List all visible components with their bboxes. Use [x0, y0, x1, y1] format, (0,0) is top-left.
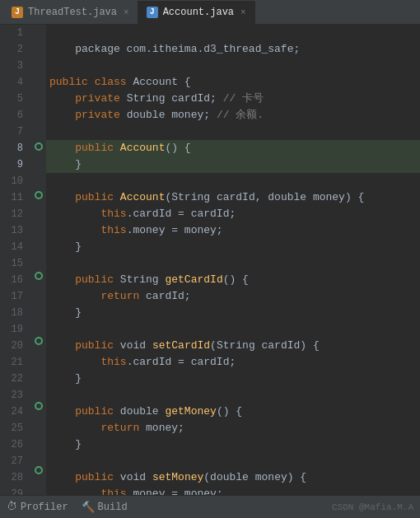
- build-button[interactable]: 🔨 Build: [82, 501, 128, 514]
- gutter-cell: [31, 90, 46, 106]
- line-number: 26: [0, 436, 28, 453]
- code-line: [46, 58, 420, 74]
- token-plain: [146, 338, 152, 354]
- token-plain: [49, 288, 100, 305]
- token-plain: [114, 189, 120, 206]
- line-number: 3: [0, 58, 28, 74]
- method-icon: [35, 466, 43, 474]
- token-plain: }: [49, 156, 82, 173]
- tab-account-label: Account.java: [163, 7, 234, 18]
- line-number: 6: [0, 107, 28, 124]
- code-line: [46, 321, 420, 338]
- token-kw: this: [100, 206, 126, 222]
- gutter-cell: [31, 219, 46, 236]
- gutter-cell: [31, 252, 46, 268]
- code-line: return money;: [46, 420, 420, 436]
- token-kw: public: [75, 338, 114, 354]
- token-plain: cardId,: [210, 189, 268, 206]
- token-plain: [49, 206, 100, 222]
- token-plain: }: [49, 436, 82, 453]
- tab-threadtest-label: ThreadTest.java: [28, 7, 117, 18]
- code-line: }: [46, 239, 420, 255]
- token-kw: public: [49, 74, 88, 91]
- line-number: 21: [0, 354, 28, 371]
- token-type: double: [210, 469, 249, 486]
- code-line: }: [46, 371, 420, 387]
- code-line: public void setCardId(String cardId) {: [46, 338, 420, 354]
- tab-threadtest[interactable]: J ThreadTest.java ×: [3, 1, 138, 24]
- token-plain: {: [178, 74, 191, 91]
- gutter-cell: [31, 41, 46, 58]
- profiler-button[interactable]: ⏱ Profiler: [7, 501, 68, 513]
- line-number: 18: [0, 305, 28, 321]
- code-line: [46, 453, 420, 469]
- code-line: }: [46, 305, 420, 321]
- code-line: private String cardId; // 卡号: [46, 91, 420, 107]
- line-number: 17: [0, 288, 28, 305]
- token-cn2: Account: [120, 189, 166, 206]
- tab-account[interactable]: J Account.java ×: [138, 1, 255, 24]
- token-plain: [159, 404, 166, 420]
- code-line: package com.itheima.d3_thread_safe;: [46, 41, 420, 58]
- gutter-cell: [31, 284, 46, 301]
- token-type: double: [268, 189, 306, 206]
- token-plain: [114, 140, 120, 156]
- code-line: [46, 173, 420, 189]
- line-number: 11: [0, 189, 28, 206]
- token-plain: cardId) {: [255, 338, 320, 354]
- tab-threadtest-close[interactable]: ×: [124, 7, 129, 17]
- code-line: }: [46, 436, 420, 453]
- token-plain: }: [49, 239, 82, 255]
- token-type: String: [217, 338, 255, 354]
- tab-account-close[interactable]: ×: [240, 7, 246, 17]
- token-cn2: getMoney: [165, 404, 216, 420]
- line-number: 15: [0, 255, 28, 272]
- token-plain: [88, 74, 95, 91]
- token-kw: public: [75, 404, 114, 420]
- code-line: this.money = money;: [46, 486, 420, 495]
- token-plain: [114, 469, 120, 486]
- line-number: 27: [0, 453, 28, 469]
- token-cn: Account: [133, 74, 178, 91]
- gutter-cell: [31, 446, 46, 463]
- token-plain: money) {: [249, 469, 306, 486]
- token-cn2: getCardId: [165, 272, 222, 288]
- gutter-cell: [31, 57, 46, 73]
- gutter-cell: [31, 316, 46, 333]
- method-icon: [35, 337, 43, 345]
- gutter-cell: [31, 381, 46, 398]
- code-line: [46, 25, 420, 41]
- gutter-cell: [31, 105, 46, 122]
- code-content[interactable]: package com.itheima.d3_thread_safe; publ…: [46, 25, 420, 495]
- token-type: String: [171, 189, 210, 206]
- gutter-cell: [31, 236, 46, 252]
- gutter-cell: [31, 73, 46, 90]
- token-kw: private: [75, 91, 120, 107]
- token-plain: [120, 91, 127, 107]
- token-plain: }: [49, 371, 82, 387]
- gutter: [31, 25, 46, 495]
- gutter-cell: [31, 170, 46, 187]
- token-plain: [49, 338, 75, 354]
- gutter-cell: [31, 155, 46, 171]
- token-kw: public: [75, 272, 114, 288]
- token-plain: [49, 222, 100, 239]
- line-number: 1: [0, 25, 28, 41]
- code-line: public Account() {: [46, 140, 420, 156]
- gutter-cell: [31, 122, 46, 138]
- java-active-icon: J: [147, 7, 158, 18]
- token-kw: public: [75, 140, 114, 156]
- line-number: 9: [0, 156, 28, 173]
- code-line: }: [46, 156, 420, 173]
- gutter-cell: [31, 349, 46, 366]
- line-number: 20: [0, 338, 28, 354]
- code-line: public Account(String cardId, double mon…: [46, 189, 420, 206]
- line-number: 19: [0, 321, 28, 338]
- token-plain: cardId;: [165, 91, 222, 107]
- token-plain: .money = money;: [127, 486, 223, 495]
- token-plain: [114, 272, 120, 288]
- code-line: public double getMoney() {: [46, 404, 420, 420]
- token-cn2: Account: [120, 140, 166, 156]
- token-plain: .money = money;: [127, 222, 223, 239]
- code-area: 1234567891011121314151617181920212223242…: [0, 25, 420, 495]
